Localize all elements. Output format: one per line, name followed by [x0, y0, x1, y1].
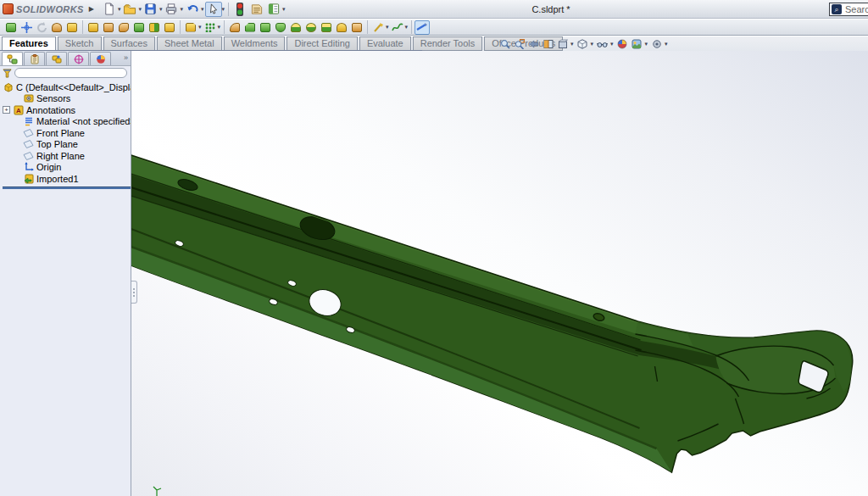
print-button[interactable] — [163, 2, 180, 17]
graphics-viewport[interactable] — [131, 51, 868, 496]
display-style-icon[interactable] — [576, 38, 589, 50]
smart-dimension-icon[interactable] — [19, 20, 34, 35]
boundary-boss-icon[interactable] — [131, 20, 147, 35]
displaymanager-tab[interactable] — [90, 52, 111, 65]
tab-surfaces[interactable]: Surfaces — [103, 36, 155, 51]
wrap-icon[interactable] — [334, 20, 349, 35]
part-model[interactable] — [131, 51, 868, 496]
measure-tool-active-icon[interactable] — [415, 20, 430, 35]
extruded-boss-icon[interactable] — [64, 20, 80, 35]
display-style-dropdown-icon[interactable]: ▾ — [591, 41, 594, 47]
tab-evaluate[interactable]: Evaluate — [359, 36, 411, 51]
title-bar: SOLIDWORKS ▶ ▾ ▾ ▾ ▾ ▾ ▾ ▾ C.sldprt * ⌕ … — [0, 0, 868, 19]
expand-plus-icon[interactable]: + — [3, 106, 10, 114]
tab-direct-editing[interactable]: Direct Editing — [287, 36, 357, 51]
revolved-boss-icon[interactable] — [86, 20, 101, 35]
tree-item-material[interactable]: Material <not specified> — [3, 116, 131, 128]
new-document-button[interactable] — [101, 2, 118, 17]
panel-tabs-overflow-icon[interactable]: » — [124, 53, 128, 62]
select-dropdown-icon[interactable]: ▾ — [222, 6, 225, 13]
pattern-dropdown-icon[interactable]: ▾ — [218, 24, 221, 31]
shell-icon[interactable] — [273, 20, 288, 35]
tree-item-imported1[interactable]: Imported1 — [3, 173, 131, 185]
view-settings-icon[interactable] — [650, 38, 663, 50]
sketch-icon[interactable] — [3, 20, 19, 35]
features-toolbar: ▾ ▾ ▾ ▾ — [0, 20, 868, 36]
toolbar-separator — [224, 20, 225, 34]
tab-features[interactable]: Features — [2, 36, 56, 51]
tab-weldments[interactable]: Weldments — [224, 36, 286, 51]
linear-pattern-icon[interactable] — [203, 20, 218, 35]
previous-view-icon[interactable] — [527, 38, 540, 50]
menu-flyout-arrow-icon[interactable]: ▶ — [89, 5, 94, 13]
spline-tools-icon[interactable] — [390, 20, 405, 35]
curves-dropdown-icon[interactable]: ▾ — [386, 24, 389, 31]
options-button[interactable] — [265, 2, 282, 17]
dimxpertmanager-tab[interactable] — [68, 52, 89, 65]
intersect-icon[interactable] — [349, 20, 364, 35]
hole-wizard-icon[interactable] — [147, 20, 162, 35]
draft-icon[interactable] — [288, 20, 303, 35]
chamfer-icon[interactable] — [242, 20, 258, 35]
swept-boss-icon[interactable] — [101, 20, 116, 35]
tree-item-origin[interactable]: Origin — [3, 162, 131, 174]
tree-item-sensors[interactable]: Sensors — [3, 93, 131, 105]
hide-show-dropdown-icon[interactable]: ▾ — [610, 41, 614, 47]
propertymanager-tab[interactable] — [24, 52, 45, 65]
view-orientation-dropdown-icon[interactable]: ▾ — [570, 41, 574, 47]
dome-icon[interactable] — [303, 20, 319, 35]
open-dropdown-icon[interactable]: ▾ — [138, 6, 142, 13]
tree-root-part[interactable]: C (Default<<Default>_Display Sta — [3, 81, 131, 93]
apply-scene-dropdown-icon[interactable]: ▾ — [645, 41, 648, 47]
section-view-icon[interactable] — [542, 38, 554, 50]
tab-sketch[interactable]: Sketch — [58, 36, 102, 51]
rollback-bar[interactable] — [3, 187, 131, 189]
tree-filter-input[interactable] — [14, 68, 127, 78]
tab-render-tools[interactable]: Render Tools — [413, 36, 483, 51]
curves-icon[interactable] — [370, 20, 386, 35]
zoom-to-area-icon[interactable] — [513, 38, 526, 50]
tree-item-front-plane[interactable]: Front Plane — [3, 127, 131, 139]
save-button[interactable] — [142, 2, 159, 17]
tree-item-top-plane[interactable]: Top Plane — [3, 139, 131, 151]
save-dropdown-icon[interactable]: ▾ — [159, 6, 163, 13]
reorder-icon[interactable] — [34, 20, 49, 35]
cut-dropdown-icon[interactable]: ▾ — [198, 24, 202, 31]
reference-geometry-icon[interactable] — [162, 20, 177, 35]
zoom-to-fit-icon[interactable] — [498, 38, 511, 50]
new-document-icon — [103, 3, 115, 15]
file-properties-button[interactable] — [248, 2, 265, 17]
fillet-icon[interactable] — [227, 20, 242, 35]
undo-button[interactable] — [184, 2, 201, 17]
tree-item-label: Right Plane — [36, 151, 85, 161]
search-box[interactable]: ⌕ Search — [829, 3, 868, 16]
edit-appearance-icon[interactable] — [616, 38, 629, 50]
plane-icon — [23, 151, 34, 161]
view-orientation-icon[interactable] — [556, 38, 569, 50]
featuremanager-tree-tab[interactable] — [2, 52, 23, 65]
tree-item-annotations[interactable]: + A Annotations — [3, 104, 131, 116]
options-dropdown-icon[interactable]: ▾ — [282, 6, 286, 13]
extruded-cut-icon[interactable] — [183, 20, 198, 35]
select-button[interactable] — [205, 2, 222, 17]
tree-item-right-plane[interactable]: Right Plane — [3, 150, 131, 162]
hide-show-items-icon[interactable] — [596, 38, 609, 50]
open-document-button[interactable] — [121, 2, 138, 17]
lofted-boss-icon[interactable] — [116, 20, 131, 35]
rebuild-button[interactable] — [231, 2, 248, 17]
new-dropdown-icon[interactable]: ▾ — [118, 6, 121, 13]
file-properties-icon — [250, 3, 264, 15]
apply-scene-icon[interactable] — [631, 38, 643, 50]
print-dropdown-icon[interactable]: ▾ — [180, 6, 183, 13]
panel-splitter-handle[interactable] — [131, 281, 137, 304]
rib-icon[interactable] — [258, 20, 273, 35]
plane-icon — [23, 139, 34, 149]
solidworks-logo[interactable]: SOLIDWORKS — [3, 3, 84, 14]
instant3d-icon[interactable] — [49, 20, 64, 35]
tab-sheet-metal[interactable]: Sheet Metal — [157, 36, 222, 51]
view-settings-dropdown-icon[interactable]: ▾ — [665, 41, 668, 47]
mirror-icon[interactable] — [319, 20, 334, 35]
configurationmanager-tab[interactable] — [46, 52, 67, 65]
spline-dropdown-icon[interactable]: ▾ — [405, 24, 409, 31]
undo-dropdown-icon[interactable]: ▾ — [201, 6, 204, 13]
